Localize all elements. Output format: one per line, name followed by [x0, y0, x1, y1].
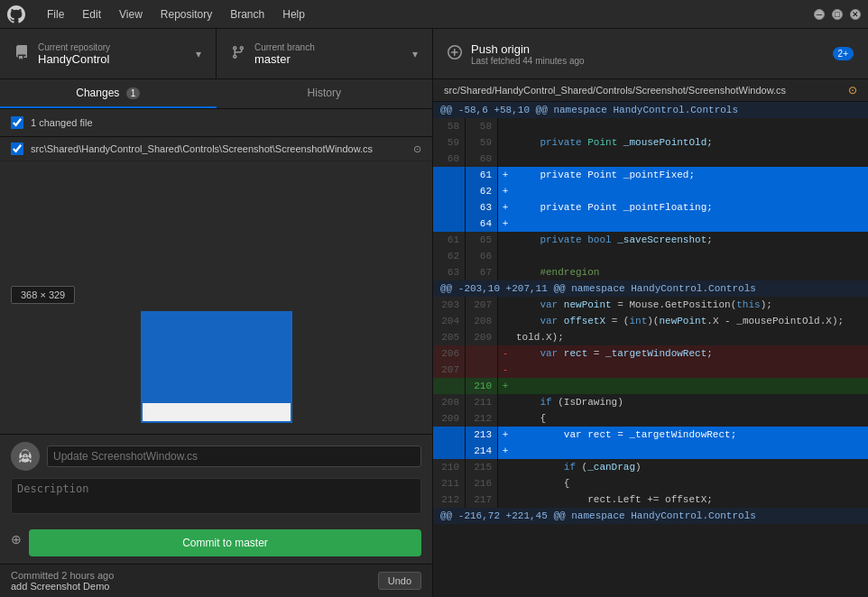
file-list: src\Shared\HandyControl_Shared\Controls\… [0, 137, 432, 275]
diff-line-removed-206: 206 - var rect = _targetWindowRect; [433, 345, 868, 362]
footer-text-area: Committed 2 hours ago add Screenshot Dem… [11, 570, 114, 592]
diff-line: 58 58 [433, 118, 868, 134]
maximize-button[interactable]: □ [832, 9, 843, 20]
changes-count: 1 changed file [31, 117, 93, 128]
repo-icon [14, 45, 29, 63]
push-sublabel: Last fetched 44 minutes ago [471, 56, 826, 66]
changes-header: 1 changed file [0, 109, 432, 137]
push-text: Push origin Last fetched 44 minutes ago [471, 42, 826, 66]
right-panel: src/Shared/HandyControl_Shared/Controls/… [433, 79, 868, 597]
add-coauthor-icon[interactable]: ⊕ [11, 532, 22, 546]
tab-history[interactable]: History [217, 79, 433, 108]
repo-dropdown-icon: ▾ [196, 48, 201, 60]
diff-line-added-64: 64 + [433, 216, 868, 232]
preview-diff-middle [143, 403, 291, 424]
commit-button[interactable]: Commit to master [29, 529, 421, 556]
commit-user-area [11, 442, 421, 471]
file-path: src\Shared\HandyControl_Shared\Controls\… [31, 143, 413, 154]
menu-branch[interactable]: Branch [223, 5, 272, 24]
repo-text: Current repository HandyControl [38, 42, 110, 66]
toolbar: Current repository HandyControl ▾ Curren… [0, 29, 868, 79]
diff-line: 59 59 private Point _mousePointOld; [433, 134, 868, 151]
diff-line-added-214: 214 + [433, 443, 868, 459]
branch-dropdown-icon: ▾ [412, 48, 418, 60]
footer-committed-text: Committed 2 hours ago [11, 570, 114, 581]
close-button[interactable]: ✕ [850, 9, 861, 20]
menu-bar: File Edit View Repository Branch Help [40, 5, 312, 24]
diff-hunk-header-2: @@ -203,10 +207,11 @@ namespace HandyCon… [433, 280, 868, 297]
diff-line: 211 216 { [433, 475, 868, 491]
footer-commit-message: add Screenshot Demo [11, 581, 114, 592]
minimize-button[interactable]: ─ [814, 9, 825, 20]
diff-line: 62 66 [433, 248, 868, 264]
menu-repository[interactable]: Repository [153, 5, 219, 24]
push-origin-section[interactable]: Push origin Last fetched 44 minutes ago … [433, 29, 868, 78]
current-repo-section[interactable]: Current repository HandyControl ▾ [0, 29, 217, 78]
diff-line: 61 65 private bool _saveScreenshot; [433, 232, 868, 248]
diff-line-removed-207: 207 - [433, 362, 868, 378]
commit-input-area [47, 445, 421, 467]
window-controls: ─ □ ✕ [814, 9, 861, 20]
diff-hunk-header-1: @@ -58,6 +58,10 @@ namespace HandyContro… [433, 102, 868, 118]
undo-button[interactable]: Undo [378, 572, 421, 590]
diff-line-added-213: 213 + var rect = _targetWindowRect; [433, 427, 868, 443]
diff-line-added-62: 62 + [433, 183, 868, 199]
diff-line: 204 208 var offsetX = (int)(newPoint.X -… [433, 313, 868, 329]
diff-line-added-61: 61 + private Point _pointFixed; [433, 167, 868, 183]
preview-area: 368 × 329 [0, 275, 432, 435]
preview-diff-top [143, 313, 291, 403]
left-panel: Changes 1 History 1 changed file src\Sha… [0, 79, 433, 597]
commit-title-input[interactable] [47, 445, 421, 467]
commit-description-input[interactable] [11, 478, 421, 514]
file-options-icon: ⊙ [413, 143, 421, 155]
github-logo-icon [7, 5, 25, 23]
push-label: Push origin [471, 42, 826, 56]
diff-line: 210 215 if (_canDrag) [433, 459, 868, 475]
diff-line: 212 217 rect.Left += offsetX; [433, 491, 868, 508]
diff-line: 63 67 #endregion [433, 264, 868, 280]
tabs: Changes 1 History [0, 79, 432, 109]
diff-file-path: src/Shared/HandyControl_Shared/Controls/… [444, 85, 786, 96]
current-branch-section[interactable]: Current branch master ▾ [217, 29, 433, 78]
menu-help[interactable]: Help [275, 5, 312, 24]
tab-changes[interactable]: Changes 1 [0, 79, 217, 108]
commit-actions: ⊕ Commit to master [11, 522, 421, 556]
diff-content[interactable]: @@ -58,6 +58,10 @@ namespace HandyContro… [433, 102, 868, 597]
diff-line: 208 211 if (IsDrawing) [433, 394, 868, 410]
titlebar: File Edit View Repository Branch Help ─ … [0, 0, 868, 29]
push-icon [448, 45, 462, 63]
push-badge: 2+ [833, 47, 854, 60]
branch-text: Current branch master [254, 42, 315, 66]
diff-line-added-63: 63 + private Point _pointFloating; [433, 199, 868, 216]
repo-value: HandyControl [38, 52, 110, 66]
main-layout: Changes 1 History 1 changed file src\Sha… [0, 79, 868, 597]
repo-label: Current repository [38, 42, 110, 52]
diff-hunk-header-3: @@ -216,72 +221,45 @@ namespace HandyCon… [433, 508, 868, 524]
preview-image [141, 311, 292, 424]
branch-icon [231, 45, 245, 63]
file-checkbox[interactable] [11, 142, 23, 155]
diff-line: 60 60 [433, 151, 868, 167]
diff-file-bookmark-icon: ⊙ [848, 84, 857, 96]
menu-file[interactable]: File [40, 5, 71, 24]
menu-view[interactable]: View [112, 5, 150, 24]
branch-value: master [254, 52, 315, 66]
commit-footer: Committed 2 hours ago add Screenshot Dem… [0, 564, 432, 597]
changes-badge: 1 [126, 87, 141, 99]
select-all-checkbox[interactable] [11, 116, 23, 129]
file-item[interactable]: src\Shared\HandyControl_Shared\Controls\… [0, 137, 432, 161]
diff-line: 203 207 var newPoint = Mouse.GetPosition… [433, 297, 868, 313]
diff-header: src/Shared/HandyControl_Shared/Controls/… [433, 79, 868, 102]
user-avatar [11, 442, 40, 471]
commit-area: ⊕ Commit to master [0, 434, 432, 564]
diff-line-added-210: 210 + [433, 378, 868, 394]
preview-size-label: 368 × 329 [11, 286, 75, 304]
diff-line: 205 209 told.X); [433, 329, 868, 345]
branch-label: Current branch [254, 42, 315, 52]
menu-edit[interactable]: Edit [75, 5, 108, 24]
diff-line: 209 212 { [433, 410, 868, 427]
